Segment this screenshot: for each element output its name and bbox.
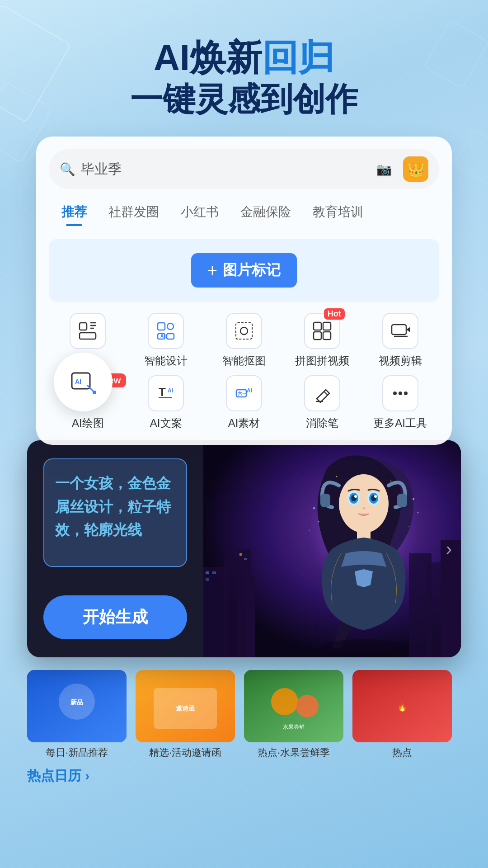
tool-cutout[interactable]: 智能抠图 [205,313,283,368]
tool-ai-text[interactable]: T AI AI文案 [127,375,205,430]
svg-rect-8 [167,334,174,339]
svg-point-48 [339,474,389,533]
svg-text:邀请函: 邀请函 [176,705,195,712]
tools-grid-row1: 画布 AI 智能设计 [49,313,439,368]
search-bar[interactable]: 🔍 毕业季 📷 👑 [49,149,439,189]
svg-text:🔥: 🔥 [397,702,408,712]
svg-rect-4 [80,333,96,339]
tool-video-edit[interactable]: 视频剪辑 [361,313,439,368]
camera-icon[interactable]: 📷 [376,162,392,177]
tab-education[interactable]: 教育培训 [302,200,374,228]
svg-rect-58 [320,494,330,507]
ai-prompt-box[interactable]: 一个女孩，金色金属丝设计，粒子特效，轮廓光线 [43,458,187,567]
gen-arrow[interactable]: › [446,539,452,559]
cutout-icon-box [226,313,262,349]
search-input-text: 毕业季 [81,160,376,179]
more-icon-box [382,375,418,411]
hot-badge: Hot [324,308,345,320]
svg-text:AI: AI [247,387,252,394]
thumb-img-hot: 🔥 [352,670,452,742]
tab-recommend[interactable]: 推荐 [51,200,98,228]
ai-gen-card: 一个女孩，金色金属丝设计，粒子特效，轮廓光线 开始生成 [27,440,461,657]
svg-point-76 [271,688,298,715]
ai-gen-right-panel: › [203,440,461,657]
canvas-icon-box [70,313,106,349]
video-edit-icon-box [382,313,418,349]
svg-text:水果尝鲜: 水果尝鲜 [283,724,305,730]
svg-rect-12 [314,322,321,330]
ai-material-icon-box: 六一 AI [226,375,262,411]
svg-rect-16 [392,325,406,335]
svg-point-77 [296,695,319,717]
svg-point-67 [390,481,392,482]
tool-ai-draw[interactable]: AI New AI绘图 [49,375,127,430]
collage-icon-box: Hot [304,313,340,349]
thumb-fruit-label: 热点·水果尝鲜季 [244,746,343,760]
svg-rect-45 [239,553,242,556]
tool-erase[interactable]: 消除笔 [283,375,361,430]
bottom-thumbnail-row: 新品 每日·新品推荐 邀请函 精选·活动邀请函 [0,670,488,760]
tool-collage[interactable]: Hot 拼图拼视频 [283,313,361,368]
thumb-img-fruit: 水果尝鲜 [244,670,343,742]
svg-rect-59 [397,494,407,507]
tool-ai-material[interactable]: 六一 AI AI素材 [205,375,283,430]
svg-point-31 [393,392,397,395]
svg-point-62 [309,530,310,531]
erase-label: 消除笔 [306,416,338,430]
tool-design[interactable]: AI 智能设计 [127,313,205,368]
hot-calendar-link[interactable]: 热点日历 › [27,768,89,783]
svg-rect-15 [323,332,331,340]
svg-point-22 [93,391,96,394]
svg-rect-46 [244,558,247,560]
tool-more[interactable]: 更多AI工具 [361,375,439,430]
ai-material-label: AI素材 [228,416,260,430]
ai-generated-image [203,440,461,657]
hero-line1: AI焕新回归 [130,36,358,80]
image-mark-label: 图片标记 [223,260,281,280]
svg-point-68 [319,639,409,657]
thumb-invite[interactable]: 邀请函 精选·活动邀请函 [136,670,235,760]
svg-rect-13 [323,322,331,330]
svg-point-11 [240,327,248,335]
image-mark-button[interactable]: + 图片标记 [191,253,297,288]
thumb-fruit[interactable]: 水果尝鲜 热点·水果尝鲜季 [244,670,343,760]
app-card: 🔍 毕业季 📷 👑 推荐 社群发圈 小红书 金融保险 教育培训 + [36,137,452,445]
svg-text:T: T [159,385,166,399]
svg-line-29 [324,392,328,395]
tab-social[interactable]: 社群发圈 [98,200,170,228]
svg-point-60 [313,507,315,509]
svg-text:新品: 新品 [70,698,83,706]
thumb-hot-label: 热点 [352,746,452,760]
hero-line1-highlight: 回归 [262,38,334,78]
crown-badge[interactable]: 👑 [403,156,428,182]
svg-point-66 [336,476,338,477]
svg-point-56 [374,495,377,498]
tab-finance[interactable]: 金融保险 [230,200,302,228]
ai-draw-circle: AI [54,353,113,411]
design-label: 智能设计 [144,354,188,368]
svg-rect-44 [206,578,209,581]
svg-text:AI: AI [75,378,81,385]
more-label: 更多AI工具 [373,416,427,430]
svg-text:六一: 六一 [237,391,247,396]
thumb-hot[interactable]: 🔥 热点 [352,670,452,760]
ai-text-icon-box: T AI [148,375,184,411]
nav-tabs: 推荐 社群发圈 小红书 金融保险 教育培训 [49,200,439,228]
image-mark-area[interactable]: + 图片标记 [49,239,439,302]
plus-icon: + [207,261,217,280]
tools-grid-row2: AI New AI绘图 T [49,375,439,434]
thumb-img-invite: 邀请函 [136,670,235,742]
svg-point-64 [418,512,419,514]
svg-marker-17 [406,327,410,332]
svg-rect-38 [246,576,255,657]
tab-xiaohongshu[interactable]: 小红书 [170,200,230,228]
thumb-daily[interactable]: 新品 每日·新品推荐 [27,670,127,760]
collage-label: 拼图拼视频 [295,354,349,368]
start-generate-button[interactable]: 开始生成 [43,595,187,639]
design-icon-box: AI [148,313,184,349]
hero-line2: 一键灵感到创作 [130,80,358,118]
erase-icon-box [304,375,340,411]
hot-calendar-row[interactable]: 热点日历 › [0,767,488,803]
search-icon: 🔍 [60,162,75,177]
svg-point-63 [413,498,414,500]
